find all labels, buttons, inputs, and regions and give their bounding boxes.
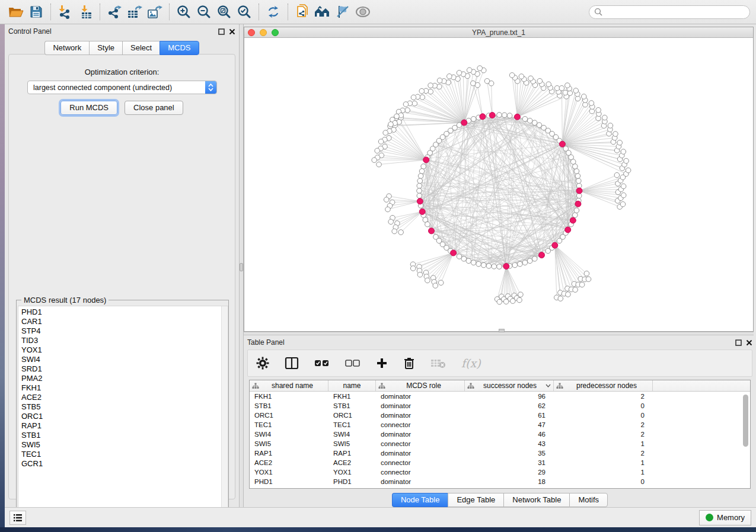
network-canvas[interactable]: [244, 38, 753, 331]
cell-successor-nodes: 46: [465, 430, 554, 439]
close-panel-icon[interactable]: [229, 28, 235, 35]
optimization-criterion-select[interactable]: largest connected component (undirected): [27, 81, 217, 94]
table-row[interactable]: SWI4SWI4dominator462: [250, 430, 750, 439]
splitter-grip[interactable]: [240, 263, 243, 271]
mcds-result-list[interactable]: PHD1CAR1STP4TID3YOX1SWI4SRD1PMA2FKH1ACE2…: [18, 306, 228, 520]
table-row[interactable]: ORC1ORC1dominator610: [250, 411, 750, 420]
column-header-label: MCDS role: [385, 382, 462, 390]
node-table[interactable]: shared namenameMCDS rolesuccessor nodesp…: [249, 380, 751, 489]
table-row[interactable]: FKH1FKH1dominator962: [250, 392, 750, 401]
float-panel-icon[interactable]: [218, 28, 225, 35]
main-toolbar: [0, 0, 756, 24]
import-table-icon[interactable]: [75, 3, 95, 21]
zoom-in-icon[interactable]: [174, 3, 194, 21]
table-row[interactable]: TEC1TEC1connector472: [250, 420, 750, 430]
splitter-grip[interactable]: [499, 329, 505, 332]
delete-column-icon[interactable]: [403, 357, 415, 370]
new-network-from-selection-icon[interactable]: [292, 3, 312, 21]
mcds-result-item[interactable]: STP4: [21, 326, 228, 336]
table-row[interactable]: RAP1RAP1dominator352: [250, 448, 750, 458]
birdseye-view-icon[interactable]: [353, 3, 373, 21]
table-scrollbar-thumb[interactable]: [743, 395, 748, 447]
panel-list-button[interactable]: [9, 511, 26, 525]
mcds-result-item[interactable]: SRD1: [21, 364, 228, 374]
column-header-shared-name[interactable]: shared name: [250, 380, 328, 391]
vertical-splitter[interactable]: [239, 24, 244, 507]
cell-successor-nodes: 31: [465, 458, 554, 467]
mcds-result-item[interactable]: PHD1: [21, 307, 228, 317]
save-session-icon[interactable]: [26, 3, 46, 21]
column-header-successor-nodes[interactable]: successor nodes: [465, 380, 554, 391]
control-tab-network[interactable]: Network: [44, 41, 89, 55]
control-panel-tabs: NetworkStyleSelectMCDS: [5, 41, 239, 55]
table-tab-node-table[interactable]: Node Table: [392, 493, 448, 507]
mcds-result-item[interactable]: FKH1: [21, 383, 228, 393]
cell-shared-name: ACE2: [250, 458, 328, 467]
control-panel-title: Control Panel: [8, 27, 52, 36]
table-tab-network-table[interactable]: Network Table: [503, 493, 569, 507]
mcds-result-item[interactable]: YOX1: [21, 345, 228, 355]
mcds-result-item[interactable]: STB5: [21, 402, 228, 412]
table-tab-edge-table[interactable]: Edge Table: [448, 493, 503, 507]
export-table-icon[interactable]: [125, 3, 145, 21]
memory-button[interactable]: Memory: [699, 510, 751, 525]
table-row[interactable]: SWI5SWI5connector431: [250, 439, 750, 448]
column-header-name[interactable]: name: [328, 380, 376, 391]
toolbar-separator: [288, 4, 288, 20]
close-panel-button[interactable]: Close panel: [125, 101, 183, 115]
column-panel-icon[interactable]: [285, 357, 299, 370]
table-row[interactable]: PHD1PHD1dominator180: [250, 477, 750, 486]
table-row[interactable]: YOX1YOX1connector291: [250, 467, 750, 477]
zoom-out-icon[interactable]: [194, 3, 214, 21]
column-header-MCDS-role[interactable]: MCDS role: [376, 380, 465, 391]
column-header-predecessor-nodes[interactable]: predecessor nodes: [554, 380, 653, 391]
control-tab-select[interactable]: Select: [122, 41, 160, 55]
cell-predecessor-nodes: 1: [554, 439, 653, 448]
optimization-criterion-value: largest connected component (undirected): [28, 84, 205, 92]
open-file-icon[interactable]: [6, 3, 26, 21]
float-panel-icon[interactable]: [735, 339, 742, 346]
cell-shared-name: SWI4: [250, 430, 328, 439]
cell-shared-name: ORC1: [250, 411, 328, 420]
mcds-result-item[interactable]: ACE2: [21, 393, 228, 402]
import-network-icon[interactable]: [55, 3, 75, 21]
deselect-all-icon[interactable]: [345, 359, 361, 367]
control-tab-mcds[interactable]: MCDS: [160, 41, 199, 55]
search-input[interactable]: [605, 8, 745, 16]
network-window-titlebar[interactable]: YPA_prune.txt_1: [244, 27, 753, 38]
mcds-result-item[interactable]: RAP1: [21, 421, 228, 431]
mcds-list-scrollbar[interactable]: [221, 306, 228, 519]
show-all-nodes-icon[interactable]: [312, 3, 333, 21]
run-mcds-button[interactable]: Run MCDS: [60, 101, 117, 115]
zoom-fit-icon[interactable]: [214, 3, 234, 21]
table-settings-gear-icon[interactable]: [256, 357, 269, 370]
mcds-result-item[interactable]: ORC1: [21, 412, 228, 421]
cell-predecessor-nodes: 0: [554, 411, 653, 420]
select-all-icon[interactable]: [314, 359, 330, 367]
mcds-result-item[interactable]: SWI5: [21, 440, 228, 450]
control-tab-style[interactable]: Style: [89, 41, 122, 55]
search-box[interactable]: [589, 5, 750, 19]
export-image-icon[interactable]: [145, 3, 165, 21]
cell-successor-nodes: 61: [465, 411, 554, 420]
close-panel-icon[interactable]: [746, 339, 752, 346]
mcds-result-item[interactable]: CAR1: [21, 317, 228, 326]
table-tab-motifs[interactable]: Motifs: [569, 493, 608, 507]
mcds-result-item[interactable]: STB1: [21, 431, 228, 440]
network-window: YPA_prune.txt_1: [244, 27, 754, 332]
table-row[interactable]: ACE2ACE2connector311: [250, 458, 750, 467]
mcds-result-item[interactable]: SWI4: [21, 355, 228, 364]
table-row[interactable]: STB1STB1dominator620: [250, 401, 750, 411]
export-network-icon[interactable]: [104, 3, 125, 21]
mcds-result-item[interactable]: TID3: [21, 336, 228, 345]
cell-name: FKH1: [328, 392, 376, 401]
mcds-result-item[interactable]: PMA2: [21, 374, 228, 383]
zoom-selected-icon[interactable]: [234, 3, 254, 21]
mcds-result-item[interactable]: GCR1: [21, 459, 228, 469]
add-column-icon[interactable]: [376, 357, 388, 369]
mcds-result-item[interactable]: TEC1: [21, 450, 228, 459]
apply-layout-icon[interactable]: [263, 3, 283, 21]
cell-shared-name: TEC1: [250, 420, 328, 430]
hide-flagged-icon[interactable]: [333, 3, 353, 21]
cell-name: PHD1: [328, 477, 376, 486]
